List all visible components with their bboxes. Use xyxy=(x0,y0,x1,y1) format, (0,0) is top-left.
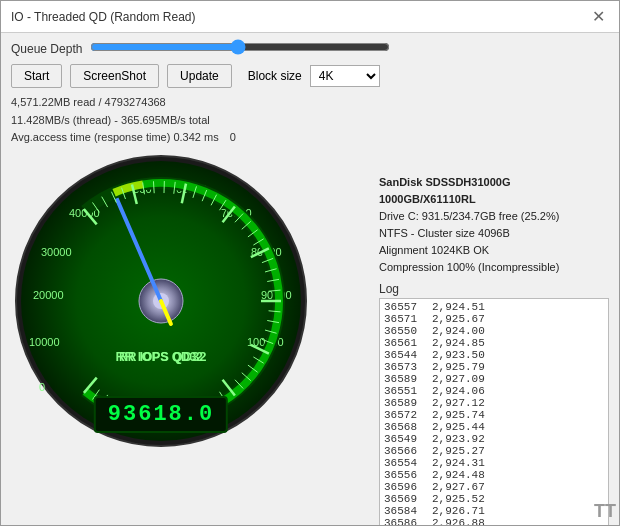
svg-text:RR IOPS QD32: RR IOPS QD32 xyxy=(119,350,203,364)
queue-depth-slider-container xyxy=(90,39,390,58)
main-area: 4,571.22MB read / 4793274368 11.428MB/s … xyxy=(11,94,609,525)
digital-display: 93618.0 xyxy=(94,396,228,433)
log-entry: 365662,925.27 xyxy=(384,445,604,457)
log-entry: 365892,927.09 xyxy=(384,373,604,385)
log-entry: 365862,926.88 xyxy=(384,517,604,525)
svg-text:0: 0 xyxy=(39,381,45,393)
svg-text:10000: 10000 xyxy=(29,336,60,348)
log-entry: 365542,924.31 xyxy=(384,457,604,469)
log-entry: 365712,925.67 xyxy=(384,313,604,325)
close-button[interactable]: ✕ xyxy=(588,7,609,26)
queue-depth-label: Queue Depth xyxy=(11,42,82,56)
log-area[interactable]: 365572,924.51365712,925.67365502,924.003… xyxy=(379,298,609,525)
log-entry: 365732,925.79 xyxy=(384,361,604,373)
gauge-container: 0 10000 20000 30000 40000 50000 60000 70… xyxy=(11,151,311,451)
svg-text:20000: 20000 xyxy=(33,289,64,301)
log-entry: 365492,923.92 xyxy=(384,433,604,445)
stat-line2: 11.428MB/s (thread) - 365.695MB/s total xyxy=(11,112,371,130)
block-size-select[interactable]: 4K 8K 16K 32K 64K 128K 512K 1M xyxy=(310,65,380,87)
content-area: Queue Depth Start ScreenShot Update Bloc… xyxy=(1,33,619,525)
update-button[interactable]: Update xyxy=(167,64,232,88)
drive-line2: NTFS - Cluster size 4096B xyxy=(379,225,609,242)
stat-line1: 4,571.22MB read / 4793274368 xyxy=(11,94,371,112)
drive-line4: Compression 100% (Incompressible) xyxy=(379,259,609,276)
log-entry: 365682,925.44 xyxy=(384,421,604,433)
watermark: TT xyxy=(594,501,616,522)
stats-panel: 4,571.22MB read / 4793274368 11.428MB/s … xyxy=(11,94,371,147)
log-entry: 365562,924.48 xyxy=(384,469,604,481)
drive-info: SanDisk SDSSDH31000G 1000GB/X61110RL Dri… xyxy=(379,174,609,276)
log-entry: 365512,924.06 xyxy=(384,385,604,397)
log-entry: 365442,923.50 xyxy=(384,349,604,361)
drive-line1: Drive C: 931.5/234.7GB free (25.2%) xyxy=(379,208,609,225)
drive-name: SanDisk SDSSDH31000G 1000GB/X61110RL xyxy=(379,174,609,208)
queue-depth-row: Queue Depth xyxy=(11,39,609,58)
toolbar-row: Start ScreenShot Update Block size 4K 8K… xyxy=(11,64,609,88)
log-entry: 365722,925.74 xyxy=(384,409,604,421)
block-size-label: Block size xyxy=(248,69,302,83)
log-entry: 365892,927.12 xyxy=(384,397,604,409)
right-panel: SanDisk SDSSDH31000G 1000GB/X61110RL Dri… xyxy=(379,174,609,525)
log-entry: 365962,927.67 xyxy=(384,481,604,493)
log-entry: 365842,926.71 xyxy=(384,505,604,517)
log-entry: 365572,924.51 xyxy=(384,301,604,313)
stat-line3: Avg.access time (response time) 0.342 ms… xyxy=(11,129,371,147)
log-entry: 365692,925.52 xyxy=(384,493,604,505)
main-window: IO - Threaded QD (Random Read) ✕ Queue D… xyxy=(0,0,620,526)
log-entry: 365502,924.00 xyxy=(384,325,604,337)
drive-line3: Alignment 1024KB OK xyxy=(379,242,609,259)
svg-text:30000: 30000 xyxy=(41,246,72,258)
window-title: IO - Threaded QD (Random Read) xyxy=(11,10,196,24)
log-entry: 365612,924.85 xyxy=(384,337,604,349)
title-bar: IO - Threaded QD (Random Read) ✕ xyxy=(1,1,619,33)
queue-depth-slider[interactable] xyxy=(90,39,390,55)
left-panel: 4,571.22MB read / 4793274368 11.428MB/s … xyxy=(11,94,371,525)
log-label: Log xyxy=(379,282,609,296)
start-button[interactable]: Start xyxy=(11,64,62,88)
screenshot-button[interactable]: ScreenShot xyxy=(70,64,159,88)
